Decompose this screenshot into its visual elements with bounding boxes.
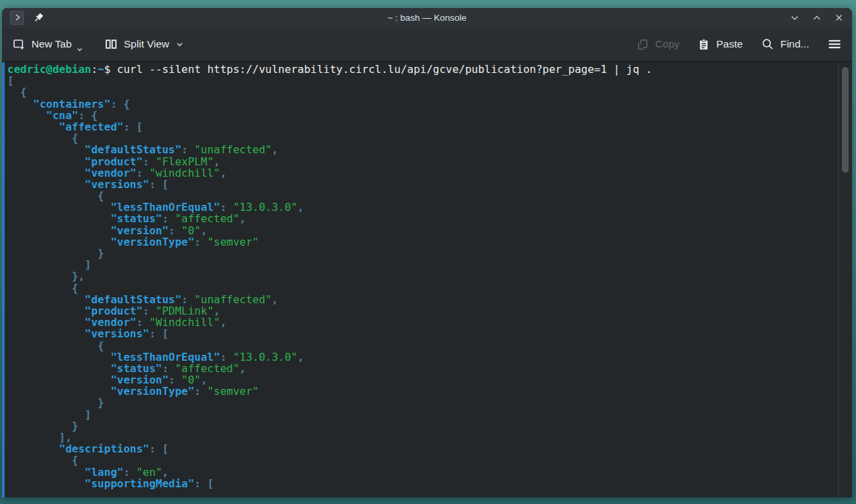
copy-label: Copy <box>655 38 679 50</box>
terminal-line: "affected": [ <box>7 121 836 133</box>
terminal-line: } <box>7 248 836 259</box>
close-button[interactable] <box>834 13 844 23</box>
chevron-right-icon <box>13 12 21 24</box>
window-title: ~ : bash — Konsole <box>2 13 852 23</box>
terminal-line: "versionType": "semver" <box>7 236 836 248</box>
terminal-scrollbar[interactable] <box>838 62 852 497</box>
konsole-window: ~ : bash — Konsole <box>2 8 852 497</box>
terminal-line: { <box>7 190 836 201</box>
terminal-line: "versions": [ <box>7 179 836 190</box>
terminal-line: "defaultStatus": "unaffected", <box>7 144 836 155</box>
tab-new-icon <box>12 37 25 51</box>
paste-label: Paste <box>716 38 743 50</box>
terminal-line: "status": "affected", <box>7 213 836 224</box>
terminal-line: ] <box>7 259 836 270</box>
terminal-line: { <box>7 282 836 294</box>
menu-button[interactable] <box>827 37 842 51</box>
hamburger-menu-icon <box>827 37 842 51</box>
terminal-line: cedric@debian:~$ curl --silent https://v… <box>7 64 836 75</box>
scrollbar-thumb[interactable] <box>842 67 849 173</box>
split-view-label: Split View <box>124 38 169 50</box>
focus-indicator-strip <box>2 62 5 497</box>
paste-button[interactable]: Paste <box>697 38 743 51</box>
find-button[interactable]: Find... <box>761 37 809 51</box>
terminal-line: } <box>7 420 836 432</box>
terminal-line: "containers": { <box>7 98 836 110</box>
terminal-line: "cna": { <box>7 110 836 121</box>
find-label: Find... <box>780 38 809 50</box>
terminal-line: "vendor": "Windchill", <box>7 317 836 328</box>
terminal-line: ], <box>7 432 836 443</box>
new-tab-label: New Tab <box>31 38 72 50</box>
split-view-icon <box>104 37 118 51</box>
new-tab-dropdown-chevron-icon[interactable] <box>76 46 83 53</box>
paste-clipboard-icon <box>697 38 710 51</box>
terminal-line: "lang": "en", <box>7 467 836 478</box>
terminal-line: { <box>7 454 836 466</box>
terminal-line: { <box>7 133 836 144</box>
terminal-line: { <box>7 340 836 351</box>
toolbar: New Tab Split View <box>2 27 852 62</box>
terminal-view[interactable]: cedric@debian:~$ curl --silent https://v… <box>2 62 852 497</box>
terminal-line: "descriptions": [ <box>7 443 836 454</box>
terminal-line: "version": "0", <box>7 374 836 386</box>
terminal-line: } <box>7 397 836 408</box>
new-tab-button[interactable]: New Tab <box>12 37 84 51</box>
terminal-line: { <box>7 86 836 98</box>
terminal-line: ] <box>7 409 836 420</box>
titlebar: ~ : bash — Konsole <box>2 8 852 27</box>
terminal-line: "product": "PDMLink", <box>7 305 836 317</box>
titlebar-overflow-button[interactable] <box>10 11 24 25</box>
terminal-line: }, <box>7 270 836 282</box>
terminal-line: "product": "FlexPLM", <box>7 156 836 167</box>
terminal-line: "lessThanOrEqual": "13.0.3.0", <box>7 201 836 213</box>
split-view-dropdown-chevron-icon[interactable] <box>175 40 184 49</box>
terminal-line: "supportingMedia": [ <box>7 478 836 489</box>
terminal-line: "version": "0", <box>7 225 836 236</box>
minimize-button[interactable] <box>790 13 800 23</box>
copy-button[interactable]: Copy <box>636 38 679 51</box>
terminal-line: "defaultStatus": "unaffected", <box>7 294 836 305</box>
terminal-line: "lessThanOrEqual": "13.0.3.0", <box>7 351 836 363</box>
pin-icon[interactable] <box>33 12 44 23</box>
terminal-line: "versions": [ <box>7 328 836 339</box>
terminal-output: cedric@debian:~$ curl --silent https://v… <box>7 64 836 489</box>
split-view-button[interactable]: Split View <box>104 37 184 51</box>
terminal-line: "vendor": "windchill", <box>7 167 836 179</box>
terminal-line: [ <box>7 75 836 86</box>
maximize-button[interactable] <box>812 13 822 23</box>
search-icon <box>761 37 774 51</box>
copy-icon <box>636 38 649 51</box>
terminal-line: "versionType": "semver" <box>7 386 836 397</box>
terminal-line: "status": "affected", <box>7 363 836 374</box>
